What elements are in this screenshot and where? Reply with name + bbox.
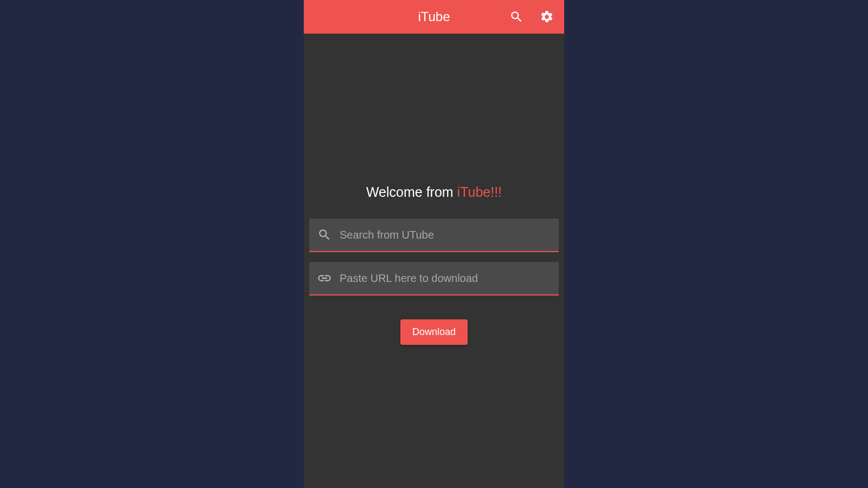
app-title: iTube — [418, 9, 450, 24]
search-field-row[interactable] — [309, 219, 559, 252]
welcome-accent: iTube!!! — [457, 184, 502, 200]
welcome-prefix: Welcome from — [366, 184, 457, 200]
main-content: Welcome from iTube!!! Download — [304, 34, 564, 488]
app-bar: iTube — [304, 0, 564, 34]
url-field-row[interactable] — [309, 262, 559, 296]
welcome-heading: Welcome from iTube!!! — [309, 184, 559, 200]
gear-icon[interactable] — [539, 9, 554, 24]
app-window: iTube Welcome from iTube!!! — [304, 0, 564, 488]
spacer — [309, 34, 559, 184]
link-icon — [317, 271, 332, 286]
download-button[interactable]: Download — [400, 319, 468, 345]
search-icon[interactable] — [509, 9, 524, 24]
search-icon — [317, 227, 332, 242]
app-bar-actions — [509, 9, 554, 24]
search-input[interactable] — [340, 229, 551, 241]
url-input[interactable] — [340, 272, 551, 285]
